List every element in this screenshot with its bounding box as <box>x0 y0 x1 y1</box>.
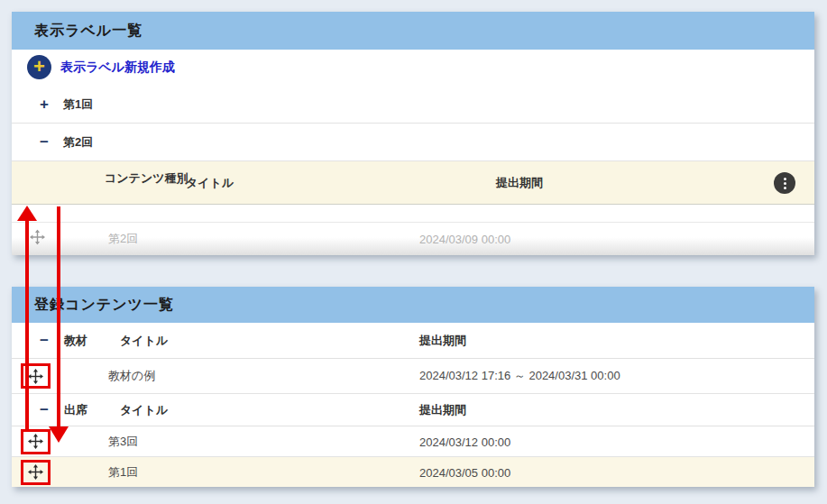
kebab-dot <box>784 182 786 185</box>
kebab-dot <box>784 178 786 180</box>
content-row-kyozai: 教材の例 2024/03/12 17:16 ～ 2024/03/31 00:00 <box>12 359 814 394</box>
drag-handle-highlight[interactable] <box>21 429 51 454</box>
collapse-icon[interactable]: − <box>36 401 52 419</box>
drag-down-arrow-shaft <box>57 206 60 426</box>
kebab-dot <box>784 187 786 189</box>
drop-target-row <box>12 205 814 223</box>
display-label-name: 第1回 <box>63 96 93 113</box>
add-circle-icon: + <box>27 55 51 79</box>
display-label-panel-header: 表示ラベル一覧 <box>12 12 814 50</box>
drag-handle-highlight[interactable] <box>21 460 51 485</box>
content-title: 第3回 <box>108 434 138 450</box>
drag-up-arrow-head <box>17 206 37 221</box>
group-header-kyozai: − 教材 タイトル 提出期間 <box>12 323 814 359</box>
more-options-icon[interactable] <box>774 172 795 194</box>
create-label-row: + 表示ラベル新規作成 <box>12 50 814 86</box>
content-row-dai1kai: 第1回 2024/03/05 00:00 <box>12 457 814 487</box>
ghost-row-label: 第2回 <box>108 231 138 247</box>
content-row-dai3kai: 第3回 2024/03/12 00:00 <box>12 426 814 457</box>
registered-content-panel: 登録コンテンツ一覧 − 教材 タイトル 提出期間 教材の例 <box>12 287 814 487</box>
display-label-name: 第2回 <box>63 134 93 151</box>
group-category-label: 出席 <box>64 402 87 418</box>
move-handle-icon <box>28 369 43 384</box>
move-handle-icon <box>28 464 43 480</box>
content-title: 第1回 <box>108 464 138 481</box>
expand-icon[interactable]: + <box>36 96 52 114</box>
create-display-label-label: 表示ラベル新規作成 <box>60 60 175 76</box>
content-period: 2024/03/05 00:00 <box>419 465 510 479</box>
display-label-row-2: − 第2回 <box>12 124 814 161</box>
group-header-shusseki: − 出席 タイトル 提出期間 <box>12 394 814 426</box>
content-title: 教材の例 <box>108 368 155 384</box>
column-header-title: タイトル <box>186 175 234 191</box>
column-header-period: 提出期間 <box>496 175 543 191</box>
group-category-label: 教材 <box>64 333 87 349</box>
drag-up-arrow-shaft <box>25 220 29 429</box>
column-header-title: タイトル <box>120 402 168 418</box>
display-label-panel-title: 表示ラベル一覧 <box>34 22 142 41</box>
column-header-period: 提出期間 <box>419 333 466 349</box>
registered-content-panel-header: 登録コンテンツ一覧 <box>12 287 814 323</box>
collapse-icon[interactable]: − <box>36 332 52 350</box>
content-period: 2024/03/12 00:00 <box>419 435 510 448</box>
column-header-period: 提出期間 <box>419 402 466 418</box>
content-table-header: コンテンツ種別 タイトル 提出期間 <box>12 161 814 205</box>
content-period: 2024/03/12 17:16 ～ 2024/03/31 00:00 <box>419 368 620 384</box>
create-display-label-link[interactable]: + 表示ラベル新規作成 <box>27 55 175 79</box>
move-handle-icon <box>30 230 45 249</box>
registered-content-panel-title: 登録コンテンツ一覧 <box>34 296 174 315</box>
move-handle-icon <box>28 434 43 449</box>
display-label-row-1: + 第1回 <box>12 86 814 124</box>
drag-down-arrow-head <box>49 426 69 443</box>
page: 表示ラベル一覧 + 表示ラベル新規作成 + 第1回 − 第2回 コンテンツ種別 … <box>0 0 827 504</box>
collapse-icon[interactable]: − <box>36 133 52 151</box>
ghost-row-period: 2024/03/09 00:00 <box>419 233 510 246</box>
display-label-panel: 表示ラベル一覧 + 表示ラベル新規作成 + 第1回 − 第2回 コンテンツ種別 … <box>12 12 814 255</box>
column-header-title: タイトル <box>120 333 168 349</box>
dragged-row-ghost: 第2回 2024/03/09 00:00 <box>12 223 814 255</box>
column-header-content-type: コンテンツ種別 <box>105 170 191 188</box>
